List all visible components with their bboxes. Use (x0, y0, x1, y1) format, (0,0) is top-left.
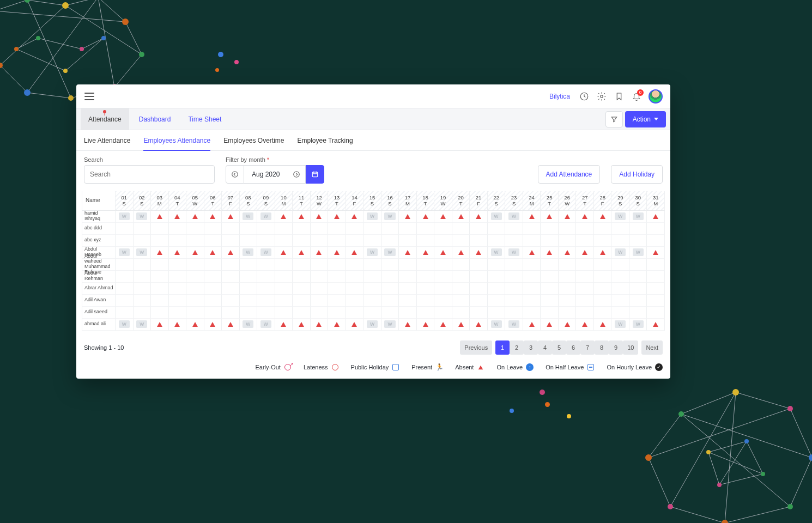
attendance-cell[interactable] (222, 259, 240, 271)
attendance-cell[interactable] (647, 295, 665, 307)
attendance-cell[interactable] (257, 307, 275, 319)
attendance-cell[interactable] (346, 259, 364, 271)
attendance-cell[interactable] (417, 319, 435, 331)
attendance-cell[interactable] (293, 235, 311, 247)
attendance-cell[interactable] (594, 319, 612, 331)
attendance-cell[interactable] (240, 283, 258, 295)
attendance-cell[interactable] (629, 259, 647, 271)
filter-button[interactable] (605, 111, 623, 127)
secondary-tab[interactable]: Employee Tracking (298, 130, 353, 150)
attendance-cell[interactable] (629, 223, 647, 235)
attendance-cell[interactable] (576, 283, 594, 295)
attendance-cell[interactable]: W (381, 247, 399, 259)
attendance-cell[interactable] (363, 235, 381, 247)
attendance-cell[interactable] (222, 235, 240, 247)
attendance-cell[interactable] (169, 319, 187, 331)
attendance-cell[interactable] (346, 271, 364, 283)
attendance-cell[interactable] (186, 283, 204, 295)
attendance-cell[interactable]: W (381, 319, 399, 331)
attendance-cell[interactable] (470, 283, 488, 295)
attendance-cell[interactable] (169, 211, 187, 223)
attendance-cell[interactable] (363, 271, 381, 283)
bookmark-icon[interactable] (614, 91, 625, 102)
attendance-cell[interactable] (488, 295, 506, 307)
attendance-cell[interactable] (151, 211, 169, 223)
attendance-cell[interactable] (257, 259, 275, 271)
attendance-cell[interactable] (240, 235, 258, 247)
attendance-cell[interactable] (559, 271, 577, 283)
attendance-cell[interactable] (452, 295, 470, 307)
attendance-cell[interactable] (576, 271, 594, 283)
attendance-cell[interactable] (328, 235, 346, 247)
attendance-cell[interactable] (151, 295, 169, 307)
attendance-cell[interactable] (452, 223, 470, 235)
attendance-cell[interactable] (275, 283, 293, 295)
row-name[interactable]: hamid Ishtyaq (82, 211, 116, 223)
attendance-cell[interactable] (576, 259, 594, 271)
attendance-cell[interactable] (559, 259, 577, 271)
attendance-cell[interactable] (346, 211, 364, 223)
attendance-cell[interactable]: W (505, 211, 523, 223)
attendance-cell[interactable] (328, 247, 346, 259)
attendance-cell[interactable] (594, 223, 612, 235)
attendance-cell[interactable] (328, 283, 346, 295)
attendance-cell[interactable]: W (116, 211, 134, 223)
attendance-cell[interactable]: W (611, 247, 629, 259)
attendance-cell[interactable] (222, 319, 240, 331)
attendance-cell[interactable] (523, 295, 541, 307)
attendance-cell[interactable] (647, 307, 665, 319)
search-input[interactable] (84, 165, 215, 184)
attendance-cell[interactable] (399, 211, 417, 223)
month-prev-button[interactable] (226, 165, 244, 184)
attendance-cell[interactable] (523, 259, 541, 271)
attendance-cell[interactable] (594, 295, 612, 307)
menu-toggle[interactable] (84, 91, 95, 102)
attendance-cell[interactable] (541, 259, 559, 271)
attendance-cell[interactable] (523, 247, 541, 259)
attendance-cell[interactable] (629, 283, 647, 295)
attendance-cell[interactable] (417, 307, 435, 319)
attendance-cell[interactable] (417, 259, 435, 271)
attendance-cell[interactable] (311, 235, 329, 247)
attendance-cell[interactable]: W (257, 211, 275, 223)
attendance-cell[interactable] (240, 307, 258, 319)
attendance-cell[interactable] (594, 211, 612, 223)
attendance-cell[interactable] (151, 319, 169, 331)
attendance-cell[interactable] (399, 307, 417, 319)
attendance-cell[interactable] (134, 283, 152, 295)
attendance-cell[interactable] (629, 271, 647, 283)
page-button[interactable]: 6 (566, 340, 580, 355)
attendance-cell[interactable] (257, 235, 275, 247)
attendance-cell[interactable]: W (240, 247, 258, 259)
attendance-cell[interactable] (186, 259, 204, 271)
attendance-cell[interactable]: W (116, 247, 134, 259)
attendance-cell[interactable] (647, 283, 665, 295)
attendance-cell[interactable] (523, 211, 541, 223)
attendance-cell[interactable] (204, 247, 222, 259)
attendance-cell[interactable] (629, 295, 647, 307)
avatar[interactable] (649, 89, 663, 104)
attendance-cell[interactable] (151, 283, 169, 295)
attendance-cell[interactable] (541, 283, 559, 295)
action-button[interactable]: Action (625, 111, 666, 127)
attendance-cell[interactable] (328, 307, 346, 319)
attendance-cell[interactable] (134, 295, 152, 307)
attendance-cell[interactable] (399, 247, 417, 259)
attendance-cell[interactable] (293, 271, 311, 283)
attendance-cell[interactable] (328, 295, 346, 307)
attendance-cell[interactable] (505, 271, 523, 283)
attendance-cell[interactable] (399, 259, 417, 271)
attendance-cell[interactable] (505, 259, 523, 271)
attendance-cell[interactable] (488, 235, 506, 247)
attendance-cell[interactable] (381, 283, 399, 295)
attendance-cell[interactable] (204, 295, 222, 307)
attendance-cell[interactable] (116, 259, 134, 271)
attendance-cell[interactable]: W (505, 247, 523, 259)
attendance-cell[interactable] (559, 235, 577, 247)
clock-icon[interactable] (579, 91, 590, 102)
attendance-cell[interactable] (169, 259, 187, 271)
attendance-cell[interactable] (452, 307, 470, 319)
attendance-cell[interactable] (505, 223, 523, 235)
attendance-cell[interactable] (611, 223, 629, 235)
row-name[interactable]: abc ddd (82, 223, 116, 235)
